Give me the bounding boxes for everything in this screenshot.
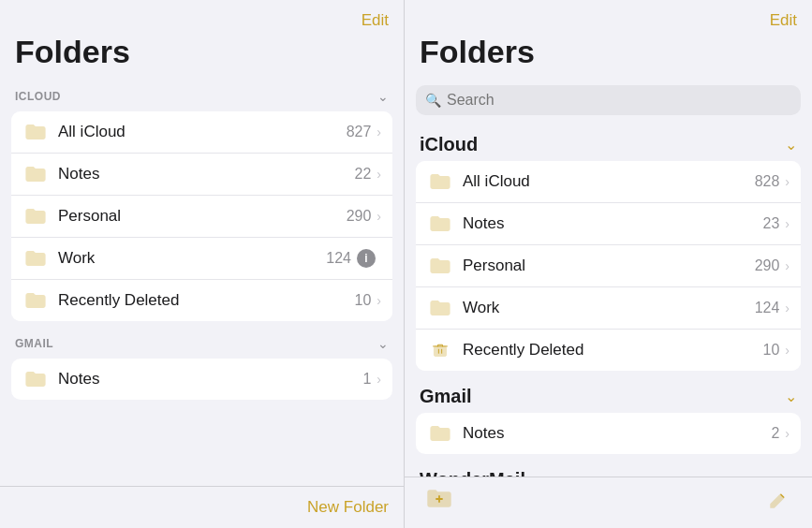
right-scroll-area: iCloud ⌄ All iCloud 828 › Notes (405, 123, 812, 528)
folder-count: 23 (763, 215, 780, 232)
folder-count: 124 (326, 250, 351, 267)
list-item[interactable]: Notes 1 › (11, 359, 392, 400)
right-icloud-list: All iCloud 828 › Notes 23 › Person (416, 161, 801, 371)
folder-name: Personal (58, 207, 347, 226)
folder-count: 10 (763, 342, 780, 359)
trash-icon (427, 340, 453, 360)
folder-name: Personal (463, 257, 755, 275)
search-icon: 🔍 (425, 93, 441, 108)
left-title: Folders (0, 34, 404, 81)
right-panel: Edit Folders 🔍 iCloud ⌄ All iCloud 828 › (405, 0, 812, 528)
folder-count: 827 (347, 124, 372, 140)
chevron-right-icon: › (785, 258, 790, 273)
folder-name: All iCloud (463, 172, 755, 191)
right-footer (405, 477, 812, 528)
svg-rect-0 (434, 346, 446, 357)
right-icloud-header: iCloud ⌄ (405, 123, 812, 161)
folder-name: Recently Deleted (58, 291, 355, 310)
chevron-right-icon: › (376, 209, 381, 224)
list-item[interactable]: Personal 290 › (416, 245, 801, 287)
gmail-folder-list: Notes 1 › (11, 359, 392, 400)
list-item[interactable]: Notes 2 › (416, 413, 801, 454)
new-folder-button[interactable]: New Folder (307, 498, 389, 517)
folder-name: Notes (58, 370, 362, 389)
list-item[interactable]: Personal 290 › (11, 196, 392, 238)
folder-count: 22 (355, 166, 372, 183)
right-gmail-label: Gmail (420, 386, 472, 407)
gmail-section-header: GMAIL ⌄ (0, 329, 404, 355)
gmail-label: GMAIL (15, 337, 53, 350)
folder-name: Work (463, 299, 755, 317)
chevron-right-icon: › (785, 216, 790, 231)
folder-icon (427, 256, 453, 276)
compose-icon[interactable] (767, 489, 790, 517)
left-scroll-area: iCLOUD ⌄ All iCloud 827 › Notes (0, 81, 404, 528)
folder-count: 290 (755, 257, 780, 274)
list-item[interactable]: Notes 23 › (416, 203, 801, 245)
gmail-chevron-icon[interactable]: ⌄ (377, 336, 389, 351)
chevron-right-icon: › (785, 301, 790, 315)
chevron-right-icon: › (376, 125, 381, 139)
list-item[interactable]: Work 124 › (416, 287, 801, 330)
list-item[interactable]: Recently Deleted 10 › (11, 280, 392, 321)
list-item[interactable]: All iCloud 828 › (416, 161, 801, 203)
right-header: Edit (405, 0, 812, 34)
folder-name: Recently Deleted (463, 341, 763, 359)
right-gmail-header: Gmail ⌄ (405, 374, 812, 413)
right-edit-button[interactable]: Edit (770, 11, 797, 30)
folder-add-icon[interactable] (427, 489, 451, 517)
folder-icon (22, 206, 49, 227)
icloud-chevron-icon[interactable]: ⌄ (377, 89, 389, 104)
right-gmail-list: Notes 2 › (416, 413, 801, 454)
chevron-right-icon: › (376, 293, 381, 308)
chevron-right-icon: › (785, 343, 790, 358)
info-icon: i (357, 249, 376, 268)
list-item[interactable]: Notes 22 › (11, 154, 392, 196)
search-input[interactable] (447, 92, 791, 109)
chevron-right-icon: › (785, 426, 790, 441)
list-item[interactable]: Work 124 i (11, 238, 392, 280)
right-title: Folders (405, 34, 812, 81)
folder-count: 2 (771, 425, 779, 442)
right-gmail-chevron-icon[interactable]: ⌄ (785, 388, 797, 405)
icloud-section-header: iCLOUD ⌄ (0, 81, 404, 108)
right-icloud-label: iCloud (420, 134, 478, 155)
chevron-right-icon: › (376, 167, 381, 182)
list-item[interactable]: Recently Deleted 10 › (416, 330, 801, 371)
folder-icon (22, 122, 49, 142)
folder-icon (22, 248, 49, 269)
folder-count: 828 (755, 173, 780, 190)
app-container: Edit Folders iCLOUD ⌄ All iCloud 827 › (0, 0, 812, 528)
folder-name: All iCloud (58, 123, 347, 141)
folder-count: 1 (362, 371, 371, 388)
icloud-folder-list: All iCloud 827 › Notes 22 › Person (11, 111, 392, 321)
folder-icon (427, 171, 453, 192)
folder-count: 124 (755, 300, 780, 316)
chevron-right-icon: › (785, 174, 790, 189)
folder-name: Notes (463, 214, 763, 233)
left-edit-button[interactable]: Edit (362, 11, 389, 30)
folder-name: Notes (58, 165, 355, 183)
search-bar: 🔍 (416, 85, 801, 115)
folder-count: 290 (347, 208, 372, 225)
folder-count: 10 (355, 292, 372, 309)
left-footer: New Folder (0, 486, 404, 528)
folder-icon (427, 213, 453, 234)
folder-icon (427, 423, 453, 444)
folder-icon (22, 290, 49, 311)
chevron-right-icon: › (376, 372, 381, 387)
icloud-label: iCLOUD (15, 90, 61, 103)
folder-icon (22, 164, 49, 184)
folder-name: Work (58, 249, 326, 268)
list-item[interactable]: All iCloud 827 › (11, 111, 392, 154)
folder-name: Notes (463, 424, 771, 443)
left-panel: Edit Folders iCLOUD ⌄ All iCloud 827 › (0, 0, 405, 528)
folder-icon (22, 369, 49, 389)
right-icloud-chevron-icon[interactable]: ⌄ (785, 136, 797, 154)
left-header: Edit (0, 0, 404, 34)
folder-icon (427, 298, 453, 318)
